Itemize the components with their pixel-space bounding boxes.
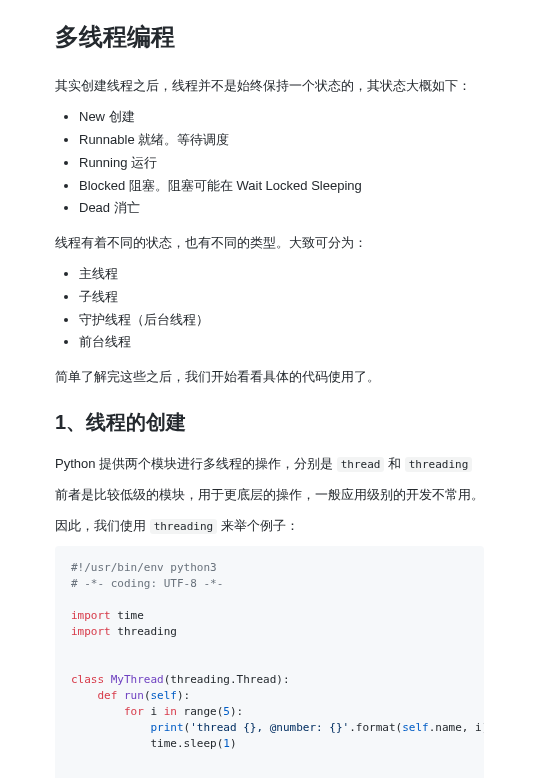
summary-paragraph: 简单了解完这些之后，我们开始看看具体的代码使用了。 — [55, 367, 484, 388]
list-item: 前台线程 — [79, 332, 484, 353]
intro-paragraph: 其实创建线程之后，线程并不是始终保持一个状态的，其状态大概如下： — [55, 76, 484, 97]
page-title: 多线程编程 — [55, 18, 484, 62]
inline-code: threading — [405, 457, 473, 472]
module-paragraph: Python 提供两个模块进行多线程的操作，分别是 thread 和 threa… — [55, 454, 484, 475]
list-item: 守护线程（后台线程） — [79, 310, 484, 331]
list-item: Running 运行 — [79, 153, 484, 174]
list-item: 主线程 — [79, 264, 484, 285]
list-item: Runnable 就绪。等待调度 — [79, 130, 484, 151]
list-item: 子线程 — [79, 287, 484, 308]
example-intro: 因此，我们使用 threading 来举个例子： — [55, 516, 484, 537]
list-item: Dead 消亡 — [79, 198, 484, 219]
section-heading: 1、线程的创建 — [55, 406, 484, 442]
code-block: #!/usr/bin/env python3 # -*- coding: UTF… — [55, 546, 484, 778]
types-intro: 线程有着不同的状态，也有不同的类型。大致可分为： — [55, 233, 484, 254]
types-list: 主线程 子线程 守护线程（后台线程） 前台线程 — [79, 264, 484, 353]
list-item: New 创建 — [79, 107, 484, 128]
lowlevel-paragraph: 前者是比较低级的模块，用于更底层的操作，一般应用级别的开发不常用。 — [55, 485, 484, 506]
states-list: New 创建 Runnable 就绪。等待调度 Running 运行 Block… — [79, 107, 484, 219]
inline-code: thread — [337, 457, 385, 472]
inline-code: threading — [150, 519, 218, 534]
list-item: Blocked 阻塞。阻塞可能在 Wait Locked Sleeping — [79, 176, 484, 197]
